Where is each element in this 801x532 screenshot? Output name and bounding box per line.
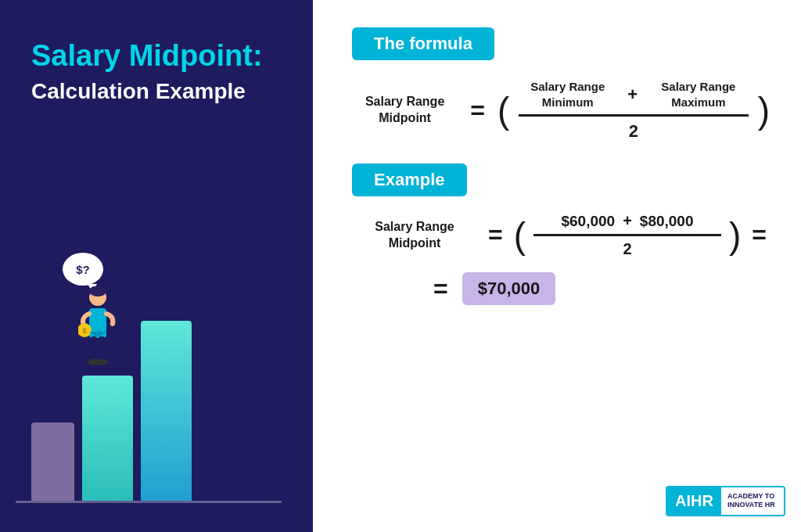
example-section: Example Salary Range Midpoint = ( $60,00… [352, 164, 770, 305]
formula-badge: The formula [352, 27, 494, 60]
aihr-acronym: AIHR [667, 487, 721, 515]
bar-1 [31, 422, 74, 501]
svg-rect-5 [91, 336, 97, 361]
example-numerator: $60,000 + $80,000 [533, 212, 721, 236]
bar-3 [141, 321, 192, 501]
fraction-denominator: 2 [629, 117, 638, 142]
formula-row: Salary Range Midpoint = ( Salary Range M… [352, 79, 770, 142]
example-fraction: $60,000 + $80,000 2 [533, 212, 721, 258]
illustration: $? $ [0, 235, 313, 532]
numerator-min: Salary Range Minimum [519, 79, 616, 110]
numerator-max: Salary Range Maximum [648, 79, 749, 110]
fraction-numerator: Salary Range Minimum + Salary Range Maxi… [519, 79, 748, 117]
result-row: = $70,000 [352, 272, 770, 305]
example-close-paren: ) [729, 217, 741, 253]
example-equals: = [488, 221, 503, 250]
person-figure: $ [78, 286, 117, 376]
plus-sign: + [627, 84, 638, 105]
equals-sign: = [470, 96, 485, 125]
speech-bubble: $? [63, 253, 103, 286]
bar-2 [82, 376, 133, 501]
example-badge: Example [352, 164, 467, 196]
result-equals: = [433, 275, 448, 304]
svg-rect-6 [99, 336, 105, 361]
main-title: Salary Midpoint: [31, 39, 263, 74]
aihr-tagline: ACADEMY TO INNOVATE HR [721, 487, 784, 515]
svg-text:$: $ [82, 327, 86, 335]
example-open-paren: ( [514, 217, 526, 253]
example-label: Salary Range Midpoint [352, 219, 477, 252]
example-max: $80,000 [640, 213, 694, 230]
example-plus: + [623, 212, 632, 230]
open-paren: ( [497, 92, 509, 128]
sub-title: Calculation Example [31, 78, 246, 105]
example-denominator: 2 [623, 236, 631, 258]
fraction: Salary Range Minimum + Salary Range Maxi… [519, 79, 748, 142]
formula-label: Salary Range Midpoint [352, 94, 458, 127]
formula-section: The formula Salary Range Midpoint = ( Sa… [352, 27, 770, 142]
right-panel: The formula Salary Range Midpoint = ( Sa… [313, 0, 801, 532]
left-panel: Salary Midpoint: Calculation Example $? [0, 0, 313, 532]
close-paren: ) [758, 92, 770, 128]
aihr-badge: AIHR ACADEMY TO INNOVATE HR [666, 486, 785, 516]
example-formula-row: Salary Range Midpoint = ( $60,000 + $80,… [352, 212, 770, 258]
example-min: $60,000 [561, 213, 615, 230]
ground-line [16, 501, 282, 503]
svg-point-8 [95, 359, 108, 365]
example-equals2: = [752, 221, 767, 250]
result-box: $70,000 [462, 272, 556, 305]
